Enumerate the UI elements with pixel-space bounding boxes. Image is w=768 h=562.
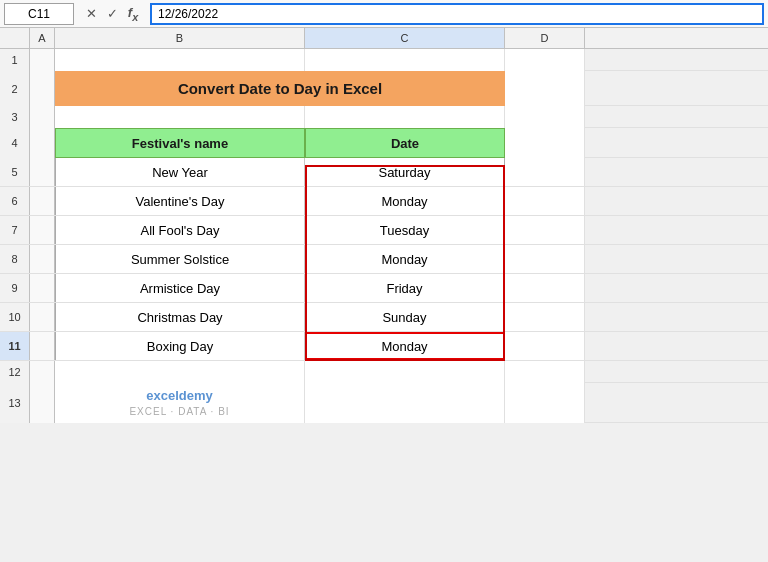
cell-a13[interactable] (30, 383, 55, 423)
cell-b6[interactable]: Valentine's Day (55, 187, 305, 215)
rownum-1: 1 (0, 49, 30, 71)
col-header-b[interactable]: B (55, 28, 305, 48)
row-2: 2 Convert Date to Day in Excel (0, 71, 768, 106)
row-6: 6 Valentine's Day Monday (0, 187, 768, 216)
cell-c3[interactable] (305, 106, 505, 128)
cell-c1[interactable] (305, 49, 505, 71)
cell-c5[interactable]: Saturday (305, 158, 505, 186)
cell-a2[interactable] (30, 71, 55, 106)
cell-a11[interactable] (30, 332, 55, 360)
cell-a8[interactable] (30, 245, 55, 273)
cell-a9[interactable] (30, 274, 55, 302)
row-3: 3 (0, 106, 768, 128)
row-1: 1 (0, 49, 768, 71)
row-7: 7 All Fool's Day Tuesday (0, 216, 768, 245)
cell-b7[interactable]: All Fool's Day (55, 216, 305, 244)
cell-c10[interactable]: Sunday (305, 303, 505, 331)
cell-d13[interactable] (505, 383, 585, 423)
cell-b13-watermark: exceldemy EXCEL · DATA · BI (55, 383, 305, 423)
cell-c8[interactable]: Monday (305, 245, 505, 273)
cell-ref-box[interactable]: C11 (4, 3, 74, 25)
rownum-10: 10 (0, 303, 30, 331)
cell-d2[interactable] (505, 71, 585, 106)
cell-a1[interactable] (30, 49, 55, 71)
cell-b9[interactable]: Armistice Day (55, 274, 305, 302)
cell-b8[interactable]: Summer Solstice (55, 245, 305, 273)
festival-name-8: Summer Solstice (131, 252, 229, 267)
cell-b2-title[interactable]: Convert Date to Day in Excel (55, 71, 505, 106)
cell-b11[interactable]: Boxing Day (55, 332, 305, 360)
cell-b3[interactable] (55, 106, 305, 128)
cell-d8[interactable] (505, 245, 585, 273)
cell-a3[interactable] (30, 106, 55, 128)
cell-b4-header[interactable]: Festival's name (55, 128, 305, 158)
day-value-11: Monday (381, 339, 427, 354)
rownum-13: 13 (0, 383, 30, 423)
excel-window: C11 ✕ ✓ fx A B C D 1 (0, 0, 768, 562)
cell-b1[interactable] (55, 49, 305, 71)
cell-d4[interactable] (505, 128, 585, 158)
cell-a10[interactable] (30, 303, 55, 331)
confirm-icon[interactable]: ✓ (103, 6, 121, 21)
cell-a6[interactable] (30, 187, 55, 215)
row-13: 13 exceldemy EXCEL · DATA · BI (0, 383, 768, 423)
cell-a7[interactable] (30, 216, 55, 244)
rownum-5: 5 (0, 158, 30, 186)
day-value-9: Friday (386, 281, 422, 296)
row-9: 9 Armistice Day Friday (0, 274, 768, 303)
col-header-c[interactable]: C (305, 28, 505, 48)
cell-b5[interactable]: New Year (55, 158, 305, 186)
rownum-11: 11 (0, 332, 30, 360)
cell-c13[interactable] (305, 383, 505, 423)
cell-b12[interactable] (55, 361, 305, 383)
cell-d11[interactable] (505, 332, 585, 360)
rownum-4: 4 (0, 128, 30, 158)
cell-a5[interactable] (30, 158, 55, 186)
cell-d7[interactable] (505, 216, 585, 244)
cell-c6[interactable]: Monday (305, 187, 505, 215)
rownum-3: 3 (0, 106, 30, 128)
spreadsheet: A B C D 1 2 Convert Date to Day in Excel (0, 28, 768, 562)
watermark-tagline: EXCEL · DATA · BI (129, 405, 229, 419)
festival-name-10: Christmas Day (137, 310, 222, 325)
formula-input[interactable] (150, 3, 764, 25)
cell-a4[interactable] (30, 128, 55, 158)
function-icon[interactable]: fx (124, 5, 142, 23)
cell-c7[interactable]: Tuesday (305, 216, 505, 244)
festival-name-11: Boxing Day (147, 339, 213, 354)
row-num-spacer (0, 28, 30, 48)
cell-c9[interactable]: Friday (305, 274, 505, 302)
watermark-brand: exceldemy (129, 387, 229, 405)
col-header-d[interactable]: D (505, 28, 585, 48)
watermark: exceldemy EXCEL · DATA · BI (129, 387, 229, 419)
cell-a12[interactable] (30, 361, 55, 383)
cell-c11[interactable]: Monday (305, 332, 505, 360)
day-value-10: Sunday (382, 310, 426, 325)
festival-name-9: Armistice Day (140, 281, 220, 296)
row-4: 4 Festival's name Date (0, 128, 768, 158)
cell-d9[interactable] (505, 274, 585, 302)
cell-c12[interactable] (305, 361, 505, 383)
cell-d12[interactable] (505, 361, 585, 383)
cell-b10[interactable]: Christmas Day (55, 303, 305, 331)
title-text: Convert Date to Day in Excel (178, 80, 382, 97)
header-date-label: Date (391, 136, 419, 151)
cell-d5[interactable] (505, 158, 585, 186)
formula-icons: ✕ ✓ fx (78, 5, 146, 23)
row-8: 8 Summer Solstice Monday (0, 245, 768, 274)
rownum-12: 12 (0, 361, 30, 383)
cell-d3[interactable] (505, 106, 585, 128)
festival-name-5: New Year (152, 165, 208, 180)
header-festival-label: Festival's name (132, 136, 228, 151)
row-10: 10 Christmas Day Sunday (0, 303, 768, 332)
col-header-a[interactable]: A (30, 28, 55, 48)
cell-d1[interactable] (505, 49, 585, 71)
formula-bar: C11 ✕ ✓ fx (0, 0, 768, 28)
cell-d6[interactable] (505, 187, 585, 215)
row-11: 11 Boxing Day Monday (0, 332, 768, 361)
cell-d10[interactable] (505, 303, 585, 331)
cancel-icon[interactable]: ✕ (82, 6, 100, 21)
cell-c4-header[interactable]: Date (305, 128, 505, 158)
row-5: 5 New Year Saturday (0, 158, 768, 187)
spreadsheet-body: 1 2 Convert Date to Day in Excel 3 (0, 49, 768, 423)
